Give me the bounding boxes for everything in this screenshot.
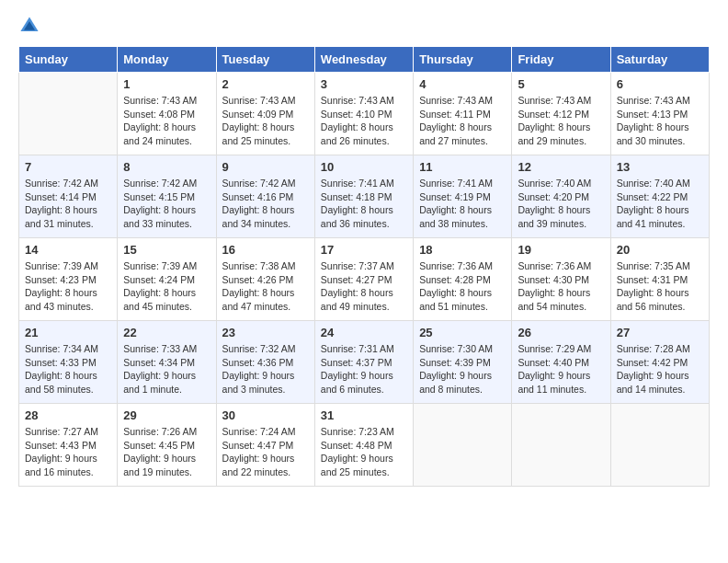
cell-line: Sunset: 4:33 PM <box>25 356 111 370</box>
cell-line: Daylight: 9 hours <box>222 452 309 465</box>
cell-line: Sunrise: 7:43 AM <box>518 94 604 108</box>
cal-cell <box>512 404 610 487</box>
cell-line: Sunset: 4:31 PM <box>617 273 703 287</box>
cell-line: Sunset: 4:16 PM <box>222 190 309 204</box>
cell-line: Daylight: 8 hours <box>518 286 604 300</box>
cell-line: and 8 minutes. <box>419 383 506 396</box>
day-number: 27 <box>617 326 703 339</box>
cell-line: and 39 minutes. <box>518 217 604 231</box>
cell-line: Sunset: 4:40 PM <box>518 356 604 370</box>
week-row-4: 21Sunrise: 7:34 AMSunset: 4:33 PMDayligh… <box>19 321 710 404</box>
cal-cell: 26Sunrise: 7:29 AMSunset: 4:40 PMDayligh… <box>512 321 610 404</box>
cell-line: and 58 minutes. <box>25 383 111 396</box>
cell-line: Daylight: 9 hours <box>123 452 210 465</box>
cell-line: and 45 minutes. <box>123 300 210 314</box>
cell-line: Sunrise: 7:30 AM <box>419 342 506 356</box>
cell-line: and 11 minutes. <box>518 383 604 396</box>
day-number: 11 <box>419 160 506 174</box>
cell-line: Sunset: 4:39 PM <box>419 356 506 370</box>
day-number: 10 <box>321 160 407 174</box>
day-number: 20 <box>617 243 703 257</box>
cell-line: Sunrise: 7:24 AM <box>222 425 309 439</box>
cell-line: Sunset: 4:12 PM <box>518 108 604 121</box>
cell-line: Sunset: 4:47 PM <box>222 439 309 453</box>
week-row-2: 7Sunrise: 7:42 AMSunset: 4:14 PMDaylight… <box>19 155 710 238</box>
day-number: 13 <box>617 160 703 174</box>
day-number: 23 <box>222 326 309 339</box>
cal-cell: 1Sunrise: 7:43 AMSunset: 4:08 PMDaylight… <box>118 73 216 155</box>
cell-line: and 25 minutes. <box>321 465 407 479</box>
logo <box>18 15 44 37</box>
day-number: 19 <box>518 243 604 257</box>
day-number: 21 <box>25 326 111 339</box>
cal-cell: 29Sunrise: 7:26 AMSunset: 4:45 PMDayligh… <box>118 404 216 487</box>
cell-line: Sunset: 4:37 PM <box>321 356 407 370</box>
day-number: 4 <box>419 77 506 91</box>
cell-line: Daylight: 8 hours <box>321 286 407 300</box>
day-number: 2 <box>222 77 309 91</box>
cal-cell: 21Sunrise: 7:34 AMSunset: 4:33 PMDayligh… <box>19 321 118 404</box>
cell-line: Sunrise: 7:41 AM <box>419 177 506 190</box>
cal-cell: 9Sunrise: 7:42 AMSunset: 4:16 PMDaylight… <box>216 155 314 238</box>
cell-line: Sunrise: 7:39 AM <box>25 259 111 273</box>
cell-line: Sunset: 4:11 PM <box>419 108 506 121</box>
cal-cell: 5Sunrise: 7:43 AMSunset: 4:12 PMDaylight… <box>512 73 610 155</box>
cell-line: Daylight: 9 hours <box>419 369 506 383</box>
cell-line: Sunset: 4:23 PM <box>25 273 111 287</box>
cell-line: Sunset: 4:34 PM <box>123 356 210 370</box>
header <box>18 15 710 37</box>
cell-line: and 43 minutes. <box>25 300 111 314</box>
cell-line: Sunrise: 7:31 AM <box>321 342 407 356</box>
cell-line: and 34 minutes. <box>222 217 309 231</box>
cell-line: and 14 minutes. <box>617 383 703 396</box>
cal-cell: 12Sunrise: 7:40 AMSunset: 4:20 PMDayligh… <box>512 155 610 238</box>
cell-line: and 51 minutes. <box>419 300 506 314</box>
cell-line: and 27 minutes. <box>419 134 506 148</box>
cell-line: and 47 minutes. <box>222 300 309 314</box>
day-header-friday: Friday <box>512 47 610 73</box>
cell-line: Sunrise: 7:28 AM <box>617 342 703 356</box>
cell-line: Daylight: 8 hours <box>222 121 309 134</box>
cell-line: Sunset: 4:48 PM <box>321 439 407 453</box>
cell-line: Sunset: 4:14 PM <box>25 190 111 204</box>
cell-line: and 33 minutes. <box>123 217 210 231</box>
cell-line: Daylight: 9 hours <box>25 452 111 465</box>
day-header-wednesday: Wednesday <box>314 47 413 73</box>
calendar-table: SundayMondayTuesdayWednesdayThursdayFrid… <box>18 46 710 487</box>
day-number: 3 <box>321 77 407 91</box>
cell-line: Sunset: 4:15 PM <box>123 190 210 204</box>
cell-line: Sunset: 4:20 PM <box>518 190 604 204</box>
day-number: 7 <box>25 160 111 174</box>
cell-line: Sunrise: 7:43 AM <box>321 94 407 108</box>
cell-line: Daylight: 8 hours <box>321 203 407 217</box>
cell-line: Sunset: 4:10 PM <box>321 108 407 121</box>
cell-line: Sunrise: 7:42 AM <box>25 177 111 190</box>
cell-line: and 6 minutes. <box>321 383 407 396</box>
cell-line: Sunrise: 7:36 AM <box>419 259 506 273</box>
cell-line: Daylight: 8 hours <box>617 203 703 217</box>
day-number: 6 <box>617 77 703 91</box>
cell-line: Sunrise: 7:27 AM <box>25 425 111 439</box>
day-number: 31 <box>321 408 407 422</box>
cal-cell <box>19 73 118 155</box>
day-header-sunday: Sunday <box>19 47 118 73</box>
cell-line: and 29 minutes. <box>518 134 604 148</box>
day-number: 9 <box>222 160 309 174</box>
cell-line: Daylight: 9 hours <box>123 369 210 383</box>
cell-line: and 36 minutes. <box>321 217 407 231</box>
cell-line: Sunrise: 7:39 AM <box>123 259 210 273</box>
cell-line: Sunset: 4:22 PM <box>617 190 703 204</box>
cell-line: Sunset: 4:09 PM <box>222 108 309 121</box>
day-number: 1 <box>123 77 210 91</box>
cell-line: Sunrise: 7:43 AM <box>617 94 703 108</box>
cell-line: Sunrise: 7:43 AM <box>419 94 506 108</box>
cal-cell: 17Sunrise: 7:37 AMSunset: 4:27 PMDayligh… <box>314 238 413 321</box>
cal-cell: 20Sunrise: 7:35 AMSunset: 4:31 PMDayligh… <box>610 238 709 321</box>
cal-cell <box>610 404 709 487</box>
cell-line: Daylight: 8 hours <box>617 121 703 134</box>
cell-line: Sunset: 4:43 PM <box>25 439 111 453</box>
cal-cell: 30Sunrise: 7:24 AMSunset: 4:47 PMDayligh… <box>216 404 314 487</box>
cell-line: Daylight: 8 hours <box>123 286 210 300</box>
week-row-1: 1Sunrise: 7:43 AMSunset: 4:08 PMDaylight… <box>19 73 710 155</box>
week-row-3: 14Sunrise: 7:39 AMSunset: 4:23 PMDayligh… <box>19 238 710 321</box>
